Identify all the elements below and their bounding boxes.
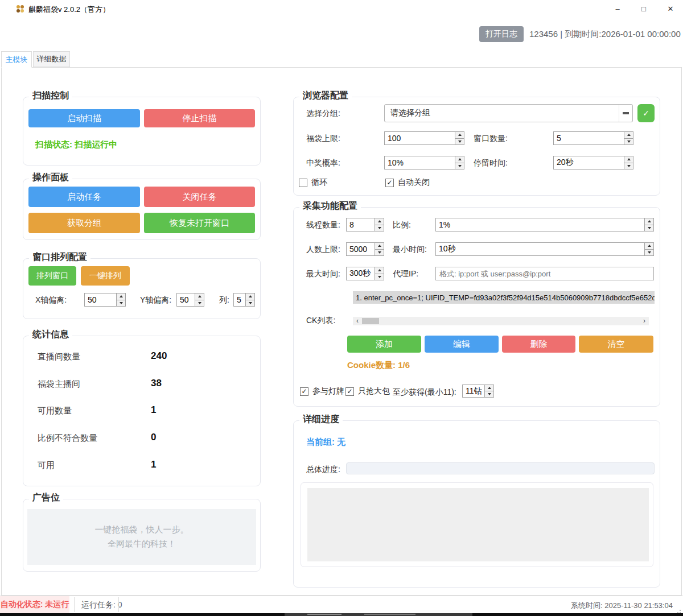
maximize-icon: □	[641, 5, 646, 13]
app-icon	[15, 4, 25, 14]
running-tasks-text: 运行任务: 0	[81, 600, 122, 610]
window-title: 麒麟福袋v 2.0.2（官方）	[28, 5, 110, 15]
statusbar-divider	[118, 597, 119, 612]
maximize-button[interactable]: □	[635, 2, 652, 15]
open-log-button[interactable]: 打开日志	[479, 26, 524, 42]
ck-list-item[interactable]: 1. enter_pc_once=1; UIFID_TEMP=fd93a02f3…	[353, 291, 655, 304]
minimize-button[interactable]: –	[609, 2, 626, 15]
app-window: 麒麟福袋v 2.0.2（官方） – □ ✕ 打开日志 123456 | 到期时间…	[0, 0, 683, 616]
resize-grip[interactable]	[676, 609, 681, 613]
automation-status-badge: 自动化状态: 未运行	[0, 596, 69, 613]
statusbar-divider	[74, 597, 75, 612]
tab-main-module[interactable]: 主模块	[1, 51, 32, 68]
close-button[interactable]: ✕	[662, 2, 679, 15]
tab-content-panel	[1, 67, 682, 596]
close-icon: ✕	[668, 5, 674, 13]
background-window-strip	[0, 613, 683, 616]
tab-detail-data[interactable]: 详细数据	[33, 51, 70, 67]
system-time-text: 系统时间: 2025-11-30 21:53:04	[571, 601, 673, 611]
minimize-icon: –	[615, 5, 619, 13]
license-info: 123456 | 到期时间:2026-01-01 00:00:00	[529, 29, 681, 40]
